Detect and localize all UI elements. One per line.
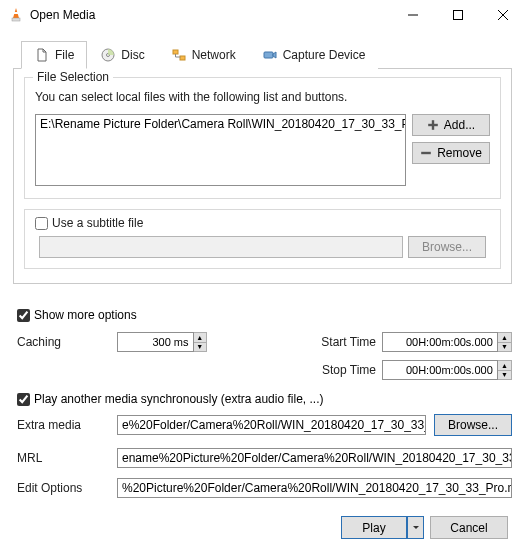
mrl-input[interactable]: ename%20Picture%20Folder/Camera%20Roll/W… <box>117 448 512 468</box>
extra-browse-button[interactable]: Browse... <box>434 414 512 436</box>
mrl-label: MRL <box>17 451 109 465</box>
subtitle-browse-button: Browse... <box>408 236 486 258</box>
stop-time-label: Stop Time <box>310 363 382 377</box>
use-subtitle-input[interactable] <box>35 217 48 230</box>
svg-rect-8 <box>180 56 185 60</box>
disc-icon <box>100 47 116 63</box>
stop-time-spinner[interactable]: ▲▼ <box>498 360 512 380</box>
cancel-button[interactable]: Cancel <box>430 516 508 539</box>
use-subtitle-checkbox[interactable]: Use a subtitle file <box>35 216 490 230</box>
tab-file[interactable]: File <box>21 41 87 69</box>
file-list-item[interactable]: E:\Rename Picture Folder\Camera Roll\WIN… <box>40 117 401 131</box>
play-button[interactable]: Play <box>341 516 407 539</box>
subtitle-path-input <box>39 236 403 258</box>
file-list[interactable]: E:\Rename Picture Folder\Camera Roll\WIN… <box>35 114 406 186</box>
caching-input[interactable] <box>117 332 194 352</box>
stop-time-spin[interactable]: ▲▼ <box>382 360 512 380</box>
file-panel: File Selection You can select local file… <box>13 69 512 284</box>
start-time-label: Start Time <box>310 335 382 349</box>
stop-time-input[interactable] <box>382 360 498 380</box>
add-button[interactable]: Add... <box>412 114 490 136</box>
window-title: Open Media <box>30 8 390 22</box>
svg-rect-7 <box>173 50 178 54</box>
file-selection-help: You can select local files with the foll… <box>35 90 490 104</box>
svg-rect-2 <box>453 11 462 20</box>
file-selection-group: File Selection You can select local file… <box>24 77 501 199</box>
extra-media-input[interactable]: e%20Folder/Camera%20Roll/WIN_20180420_17… <box>117 415 426 435</box>
play-dropdown[interactable] <box>407 516 424 539</box>
tab-network[interactable]: Network <box>158 41 249 69</box>
svg-rect-0 <box>12 18 20 21</box>
caching-spin[interactable]: ▲▼ <box>117 332 207 352</box>
svg-rect-9 <box>264 52 273 58</box>
start-time-spinner[interactable]: ▲▼ <box>498 332 512 352</box>
show-more-options-input[interactable] <box>17 309 30 322</box>
play-split-button[interactable]: Play <box>341 516 424 539</box>
show-more-options-checkbox[interactable]: Show more options <box>17 308 512 322</box>
play-sync-checkbox[interactable]: Play another media synchronously (extra … <box>17 392 512 406</box>
caching-spinner[interactable]: ▲▼ <box>194 332 207 352</box>
minimize-button[interactable] <box>390 0 435 30</box>
app-icon <box>8 7 24 23</box>
maximize-button[interactable] <box>435 0 480 30</box>
minus-icon <box>420 147 432 159</box>
play-sync-input[interactable] <box>17 393 30 406</box>
edit-options-label: Edit Options <box>17 481 109 495</box>
start-time-input[interactable] <box>382 332 498 352</box>
tab-disc[interactable]: Disc <box>87 41 157 69</box>
source-tabs: File Disc Network Capture Device <box>13 40 512 69</box>
close-button[interactable] <box>480 0 525 30</box>
capture-icon <box>262 47 278 63</box>
edit-options-input[interactable]: %20Picture%20Folder/Camera%20Roll/WIN_20… <box>117 478 512 498</box>
subtitle-group: Use a subtitle file Browse... <box>24 209 501 269</box>
titlebar: Open Media <box>0 0 525 30</box>
plus-icon <box>427 119 439 131</box>
file-icon <box>34 47 50 63</box>
start-time-spin[interactable]: ▲▼ <box>382 332 512 352</box>
extra-media-label: Extra media <box>17 418 109 432</box>
caching-label: Caching <box>17 335 117 349</box>
remove-button[interactable]: Remove <box>412 142 490 164</box>
network-icon <box>171 47 187 63</box>
tab-capture[interactable]: Capture Device <box>249 41 379 69</box>
file-selection-legend: File Selection <box>33 70 113 84</box>
